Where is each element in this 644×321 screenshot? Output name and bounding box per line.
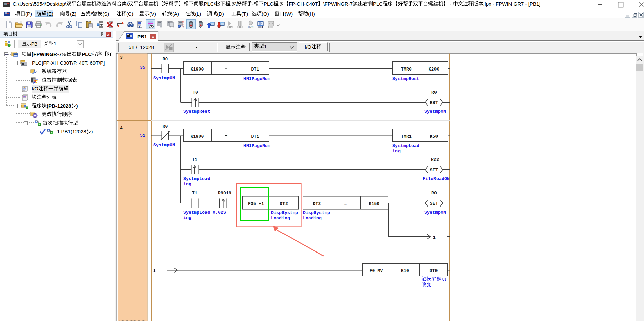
svg-text:SystmpON: SystmpON — [153, 143, 175, 148]
svg-text:R9019: R9019 — [218, 191, 231, 196]
svg-text:K1900: K1900 — [190, 67, 204, 72]
svg-text:ing: ing — [183, 215, 191, 220]
svg-text:K50: K50 — [430, 134, 438, 139]
svg-text:0.02S: 0.02S — [213, 210, 226, 215]
svg-text:ing: ing — [392, 149, 401, 154]
svg-text:RST: RST — [430, 100, 438, 105]
svg-text:Loading: Loading — [271, 216, 290, 221]
svg-text:DT2: DT2 — [280, 201, 288, 207]
svg-text:SET: SET — [430, 201, 438, 206]
svg-text:=: = — [344, 201, 347, 207]
svg-text:1: 1 — [433, 235, 436, 240]
svg-text:K200: K200 — [428, 67, 439, 72]
svg-text:SystmpLoad: SystmpLoad — [183, 210, 210, 215]
svg-text:DT0: DT0 — [429, 268, 438, 273]
svg-text:SystmpRest: SystmpRest — [183, 109, 210, 114]
svg-text:R22: R22 — [431, 157, 439, 162]
svg-text:R0: R0 — [162, 57, 168, 62]
svg-text:DT2: DT2 — [313, 201, 321, 207]
svg-text:F35 +1: F35 +1 — [248, 201, 264, 207]
svg-text:=: = — [225, 67, 227, 72]
svg-text:4: 4 — [120, 126, 123, 131]
svg-text:35: 35 — [140, 65, 145, 70]
svg-text:SystmpRest: SystmpRest — [392, 76, 419, 81]
svg-text:1: 1 — [153, 268, 156, 273]
svg-text:HMIPageNum: HMIPageNum — [243, 143, 270, 148]
svg-text:SystmpON: SystmpON — [424, 109, 446, 114]
svg-text:SET: SET — [430, 168, 438, 173]
svg-text:T0: T0 — [193, 90, 198, 95]
svg-text:SystmpLoad: SystmpLoad — [183, 176, 210, 181]
svg-text:FileReadON: FileReadON — [423, 176, 450, 181]
svg-text:DT1: DT1 — [251, 134, 259, 139]
svg-text:51: 51 — [140, 133, 145, 138]
svg-text:K150: K150 — [369, 201, 379, 207]
svg-text:K1900: K1900 — [190, 134, 204, 139]
svg-text:T1: T1 — [192, 191, 197, 196]
svg-text:Loading: Loading — [303, 216, 322, 221]
svg-text:DispSystmp: DispSystmp — [303, 210, 330, 215]
svg-text:ing: ing — [183, 182, 191, 187]
svg-text:R0: R0 — [431, 191, 437, 196]
svg-text:T1: T1 — [192, 157, 197, 162]
svg-text:K10: K10 — [401, 268, 409, 273]
svg-text:R0: R0 — [431, 90, 437, 95]
svg-text:HMIPageNum: HMIPageNum — [243, 76, 270, 81]
svg-text:3: 3 — [120, 55, 123, 60]
svg-text:R0: R0 — [162, 124, 168, 129]
svg-text:SystmpON: SystmpON — [424, 210, 446, 215]
svg-text:TMR1: TMR1 — [401, 134, 412, 139]
svg-text:DispSystmp: DispSystmp — [271, 210, 298, 215]
svg-text:=: = — [225, 134, 227, 139]
svg-text:TMR0: TMR0 — [401, 67, 412, 72]
svg-text:SystmpLoad: SystmpLoad — [392, 143, 419, 148]
svg-text:SystmpON: SystmpON — [153, 76, 175, 81]
svg-text:DT1: DT1 — [251, 67, 259, 72]
svg-text:F0 MV: F0 MV — [369, 268, 383, 273]
